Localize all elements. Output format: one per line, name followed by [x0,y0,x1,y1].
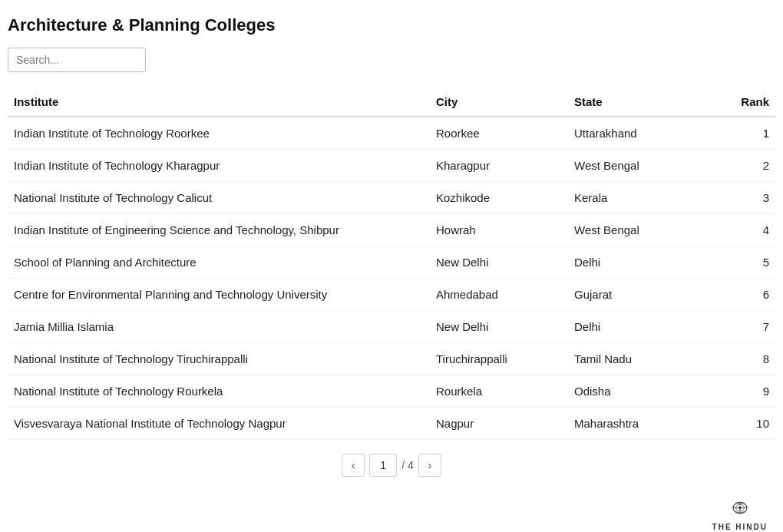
cell-state: Delhi [568,311,706,343]
cell-rank: 2 [706,150,775,182]
header-institute: Institute [8,88,430,117]
cell-state: Odisha [568,375,706,408]
cell-city: New Delhi [430,246,568,279]
cell-institute: School of Planning and Architecture [8,246,430,279]
cell-institute: Visvesvaraya National Institute of Techn… [8,408,430,440]
cell-state: Uttarakhand [568,117,706,150]
table-row: Centre for Environmental Planning and Te… [8,279,775,311]
cell-rank: 10 [706,408,775,440]
table-row: School of Planning and ArchitectureNew D… [8,246,775,279]
cell-institute: Jamia Millia Islamia [8,311,430,343]
header-state: State [568,88,706,117]
cell-city: New Delhi [430,311,568,343]
table-row: Jamia Millia IslamiaNew DelhiDelhi7 [8,311,775,343]
cell-city: Roorkee [430,117,568,150]
hindu-logo-text: THE HINDU [712,523,768,531]
cell-city: Howrah [430,214,568,246]
pagination: ‹ / 4 › [8,454,775,477]
header-city: City [430,88,568,117]
cell-rank: 6 [706,279,775,311]
cell-state: Maharashtra [568,408,706,440]
cell-city: Rourkela [430,375,568,408]
footer: THE HINDU [8,500,775,531]
table-header-row: Institute City State Rank [8,88,775,117]
hindu-emblem-icon [726,500,754,523]
cell-rank: 8 [706,343,775,375]
cell-rank: 5 [706,246,775,279]
cell-state: Gujarat [568,279,706,311]
page-separator: / 4 [401,459,414,471]
cell-state: Tamil Nadu [568,343,706,375]
cell-rank: 1 [706,117,775,150]
table-row: Indian Institute of Engineering Science … [8,214,775,246]
table-row: National Institute of Technology Tiruchi… [8,343,775,375]
table-row: National Institute of Technology Calicut… [8,182,775,214]
cell-rank: 4 [706,214,775,246]
cell-institute: Indian Institute of Technology Kharagpur [8,150,430,182]
cell-rank: 9 [706,375,775,408]
the-hindu-logo: THE HINDU [712,500,768,531]
table-row: National Institute of Technology Rourkel… [8,375,775,408]
cell-institute: Centre for Environmental Planning and Te… [8,279,430,311]
cell-state: Delhi [568,246,706,279]
cell-city: Nagpur [430,408,568,440]
next-page-button[interactable]: › [418,454,441,477]
page-number-input[interactable] [369,454,397,477]
svg-point-4 [738,507,742,510]
cell-institute: Indian Institute of Technology Roorkee [8,117,430,150]
table-row: Indian Institute of Technology Kharagpur… [8,150,775,182]
cell-city: Kozhikode [430,182,568,214]
cell-institute: Indian Institute of Engineering Science … [8,214,430,246]
colleges-table: Institute City State Rank Indian Institu… [8,88,775,440]
table-row: Visvesvaraya National Institute of Techn… [8,408,775,440]
cell-state: West Bengal [568,150,706,182]
header-rank: Rank [706,88,775,117]
search-input[interactable] [8,48,146,72]
page-title: Architecture & Planning Colleges [8,15,775,35]
cell-state: West Bengal [568,214,706,246]
cell-city: Ahmedabad [430,279,568,311]
cell-rank: 7 [706,311,775,343]
cell-institute: National Institute of Technology Tiruchi… [8,343,430,375]
prev-page-button[interactable]: ‹ [342,454,365,477]
cell-city: Kharagpur [430,150,568,182]
cell-institute: National Institute of Technology Calicut [8,182,430,214]
table-row: Indian Institute of Technology RoorkeeRo… [8,117,775,150]
cell-city: Tiruchirappalli [430,343,568,375]
cell-rank: 3 [706,182,775,214]
cell-institute: National Institute of Technology Rourkel… [8,375,430,408]
cell-state: Kerala [568,182,706,214]
